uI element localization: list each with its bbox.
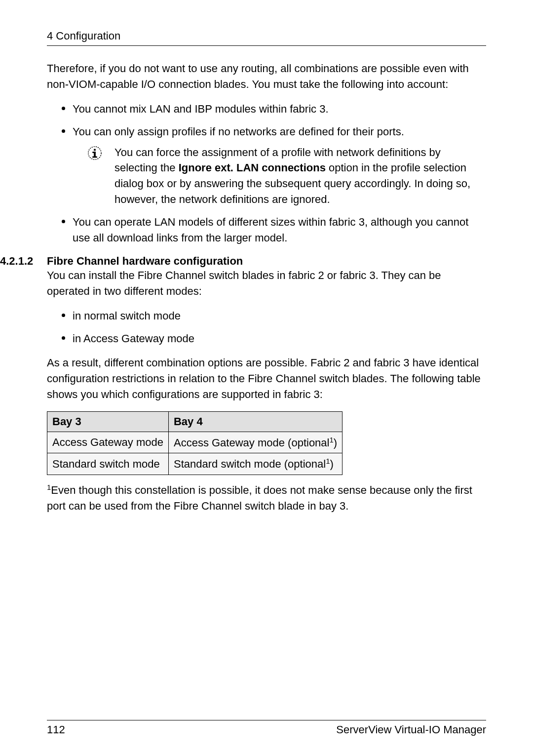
header-divider <box>47 45 486 46</box>
table-cell: Access Gateway mode <box>47 432 169 453</box>
cell-superscript: 1 <box>329 436 333 444</box>
list-item: You can operate LAN models of different … <box>62 214 486 246</box>
footnote: 1Even though this constellation is possi… <box>47 482 486 514</box>
svg-rect-1 <box>94 149 96 151</box>
table-header-row: Bay 3 Bay 4 <box>47 412 343 432</box>
table-row: Standard switch mode Standard switch mod… <box>47 453 343 475</box>
info-text-bold: Ignore ext. LAN connections <box>179 161 326 174</box>
product-name: ServerView Virtual-IO Manager <box>336 723 486 736</box>
table-row: Access Gateway mode Access Gateway mode … <box>47 432 343 453</box>
list-item: in Access Gateway mode <box>62 331 486 347</box>
page-footer: 112 ServerView Virtual-IO Manager <box>47 720 486 736</box>
section-paragraph-1: You can install the Fibre Channel switch… <box>47 268 486 299</box>
svg-rect-4 <box>92 156 97 158</box>
config-table: Bay 3 Bay 4 Access Gateway mode Access G… <box>47 411 343 475</box>
mode-bullet-list: in normal switch mode in Access Gateway … <box>47 308 486 347</box>
page-header: 4 Configuration <box>47 30 486 46</box>
cell-text-pre: Access Gateway mode (optional <box>174 437 330 449</box>
info-icon <box>87 146 102 160</box>
chapter-title: 4 Configuration <box>47 30 486 42</box>
list-item: in normal switch mode <box>62 308 486 324</box>
section-heading-row: 4.2.1.2 Fibre Channel hardware configura… <box>0 255 486 268</box>
list-item: You cannot mix LAN and IBP modules withi… <box>62 101 486 117</box>
section-paragraph-2: As a result, different combination optio… <box>47 355 486 402</box>
table-cell: Standard switch mode <box>47 453 169 475</box>
page-number: 112 <box>47 723 65 736</box>
cell-text-post: ) <box>334 437 337 449</box>
footnote-text: Even though this constellation is possib… <box>47 484 472 512</box>
info-text: You can force the assignment of a profil… <box>114 145 486 208</box>
cell-superscript: 1 <box>326 457 330 465</box>
table-cell: Standard switch mode (optional1) <box>168 453 342 475</box>
info-block: You can force the assignment of a profil… <box>73 145 486 208</box>
list-item-text: You can only assign profiles if no netwo… <box>73 125 404 138</box>
table-header-cell: Bay 3 <box>47 412 169 432</box>
table-header-cell: Bay 4 <box>168 412 342 432</box>
main-bullet-list: You cannot mix LAN and IBP modules withi… <box>47 101 486 246</box>
list-item: You can only assign profiles if no netwo… <box>62 124 486 207</box>
cell-text-post: ) <box>330 458 334 471</box>
table-cell: Access Gateway mode (optional1) <box>168 432 342 453</box>
section-number: 4.2.1.2 <box>0 255 47 268</box>
footer-row: 112 ServerView Virtual-IO Manager <box>47 723 486 736</box>
intro-paragraph: Therefore, if you do not want to use any… <box>47 61 486 92</box>
section-heading: Fibre Channel hardware configuration <box>47 255 486 268</box>
footer-divider <box>47 720 486 720</box>
cell-text-pre: Standard switch mode (optional <box>174 458 326 471</box>
svg-rect-3 <box>92 152 96 153</box>
